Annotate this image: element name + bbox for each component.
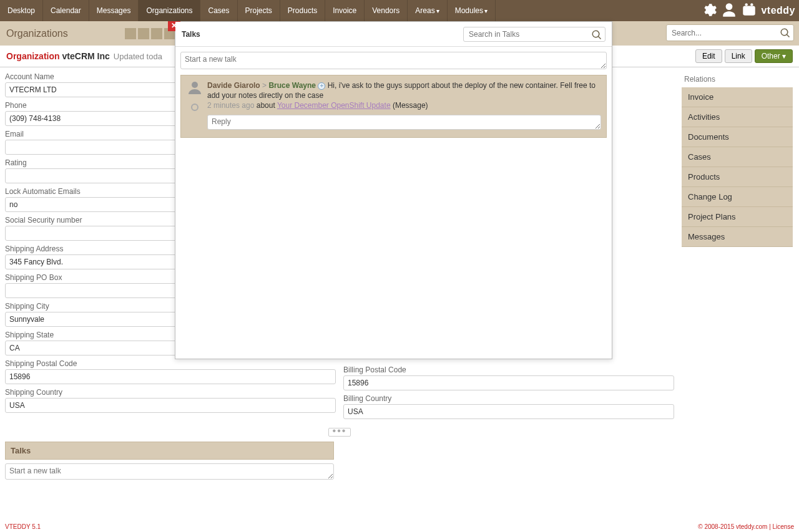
copyright-link[interactable]: © 2008-2015 vteddy.com | License [698, 523, 794, 530]
field-label: Shipping Country [5, 388, 336, 397]
talk-link[interactable]: Your December OpenShift Update [277, 101, 391, 110]
link-button[interactable]: Link [725, 49, 752, 63]
kanban-view-icon[interactable] [151, 28, 162, 39]
talks-section: Talks [5, 442, 334, 460]
field-label: Billing Postal Code [343, 365, 674, 374]
field-value[interactable]: 15896 [5, 369, 336, 384]
relation-cases[interactable]: Cases [682, 147, 793, 167]
popup-title: Talks [182, 30, 200, 39]
brand-text: vteddy [761, 5, 795, 16]
other-button[interactable]: Other ▾ [755, 49, 793, 63]
user-icon[interactable] [721, 2, 737, 20]
relation-documents[interactable]: Documents [682, 127, 793, 147]
svg-point-2 [751, 3, 753, 6]
svg-point-1 [745, 3, 748, 6]
nav-areas[interactable]: Areas▾ [408, 0, 447, 21]
search-icon[interactable] [590, 28, 604, 42]
version-text: VTEDDY 5.1 [5, 523, 41, 530]
caret-icon: ▾ [484, 7, 488, 14]
nav-messages[interactable]: Messages [89, 0, 139, 21]
popup-new-talk-input[interactable] [180, 52, 607, 69]
status-ring-icon [191, 104, 199, 111]
nav-cases[interactable]: Cases [200, 0, 237, 21]
other-button-label: Other [762, 52, 780, 60]
nav-areas-label: Areas [415, 6, 434, 15]
caret-icon: ▾ [436, 7, 439, 14]
relations-heading: Relations [682, 72, 793, 87]
relation-change-log[interactable]: Change Log [682, 187, 793, 207]
nav-projects[interactable]: Projects [238, 0, 280, 21]
field-value[interactable]: 15896 [343, 375, 674, 390]
talk-time: 2 minutes ago [207, 101, 254, 110]
calendar-view-icon[interactable] [138, 28, 149, 39]
avatar-icon [187, 80, 202, 97]
search-icon[interactable] [778, 26, 792, 40]
gear-icon[interactable] [701, 2, 717, 20]
record-type-label: Organization [6, 51, 60, 61]
field-label: Billing Country [343, 394, 674, 403]
svg-point-3 [192, 82, 198, 88]
relation-products[interactable]: Products [682, 167, 793, 187]
talks-popup: ✕ Talks Davide Giarolo > Bruce Wayne + H… [175, 21, 612, 359]
expand-toggle[interactable]: ••• [328, 428, 351, 437]
record-name: vteCRM Inc [62, 51, 110, 61]
global-search [666, 24, 794, 41]
talk-from[interactable]: Davide Giarolo [207, 81, 260, 90]
new-talk-input[interactable] [5, 463, 334, 480]
top-nav: Desktop Calendar Messages Organizations … [0, 0, 799, 21]
footer: VTEDDY 5.1 © 2008-2015 vteddy.com | Lice… [5, 523, 794, 530]
talk-to[interactable]: Bruce Wayne [268, 81, 316, 90]
talk-type: (Message) [393, 101, 428, 110]
field-label: Shipping Postal Code [5, 359, 336, 368]
nav-organizations[interactable]: Organizations [139, 0, 200, 21]
talk-item: Davide Giarolo > Bruce Wayne + Hi, i've … [180, 75, 607, 138]
relation-messages[interactable]: Messages [682, 227, 793, 247]
arrow-icon: > [262, 81, 267, 90]
record-updated: Updated toda [114, 52, 162, 61]
svg-rect-0 [743, 6, 756, 15]
relation-invoice[interactable]: Invoice [682, 87, 793, 107]
page-title: Organizations [6, 28, 68, 39]
nav-products[interactable]: Products [280, 0, 325, 21]
edit-button[interactable]: Edit [695, 49, 722, 63]
reply-input[interactable] [207, 115, 601, 130]
logo-icon [741, 2, 757, 20]
nav-modules-label: Modules [455, 6, 483, 15]
talks-heading: Talks [11, 446, 328, 455]
field-value[interactable]: USA [343, 404, 674, 419]
popup-search-input[interactable] [463, 27, 605, 42]
global-search-input[interactable] [666, 24, 794, 41]
relation-activities[interactable]: Activities [682, 107, 793, 127]
caret-icon: ▾ [782, 52, 786, 60]
nav-desktop[interactable]: Desktop [0, 0, 43, 21]
add-icon[interactable]: + [318, 82, 325, 90]
list-view-icon[interactable] [125, 28, 136, 39]
field-value[interactable]: USA [5, 398, 336, 413]
nav-invoice[interactable]: Invoice [325, 0, 365, 21]
nav-vendors[interactable]: Vendors [365, 0, 408, 21]
nav-calendar[interactable]: Calendar [43, 0, 89, 21]
talk-about-label: about [257, 101, 275, 110]
relations-sidebar: Relations Invoice Activities Documents C… [679, 67, 799, 532]
nav-modules[interactable]: Modules▾ [448, 0, 496, 21]
relation-project-plans[interactable]: Project Plans [682, 207, 793, 227]
